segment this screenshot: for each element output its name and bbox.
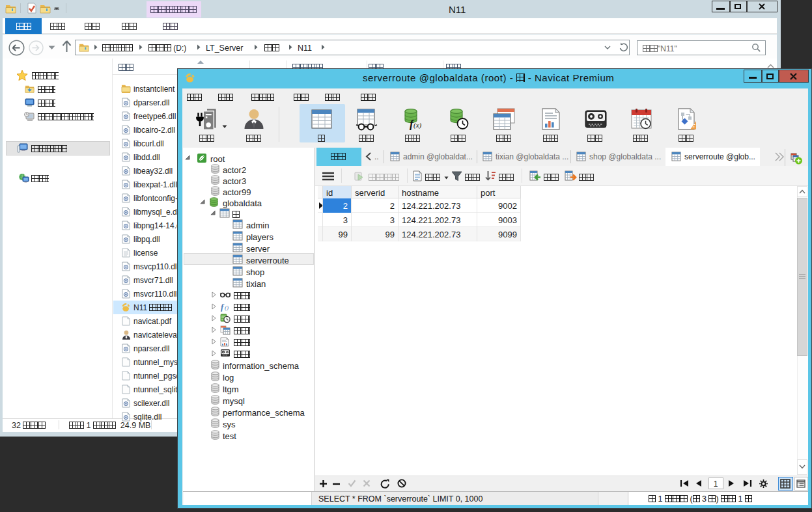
svg-text:(): () <box>225 304 229 311</box>
svg-text:(x): (x) <box>413 121 422 129</box>
